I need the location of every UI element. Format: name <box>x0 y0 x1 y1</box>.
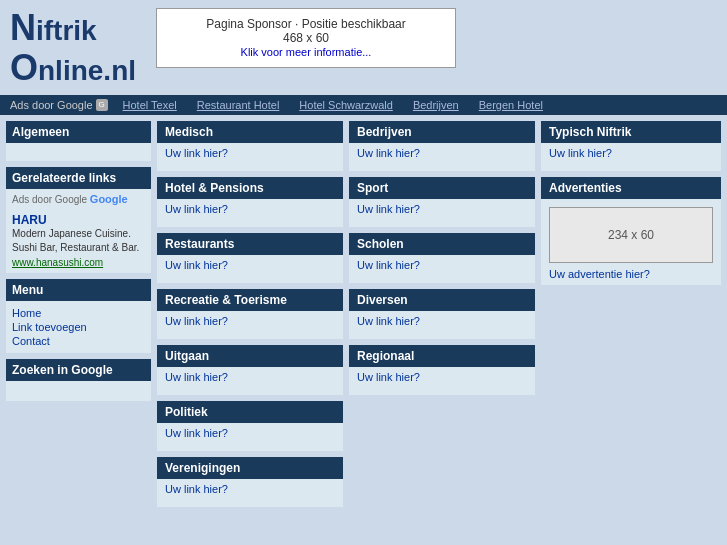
cat-restaurants: Restaurants Uw link hier? <box>157 233 343 283</box>
cat-regionaal-link[interactable]: Uw link hier? <box>357 371 420 383</box>
menu-title: Menu <box>6 279 151 301</box>
advertenties-body: 234 x 60 Uw advertentie hier? <box>541 199 721 285</box>
cat-uitgaan-link[interactable]: Uw link hier? <box>165 371 228 383</box>
cat-medisch-body: Uw link hier? <box>157 143 343 171</box>
menu-link-home[interactable]: Home <box>12 307 145 319</box>
cat-politiek-title: Politiek <box>157 401 343 423</box>
ad-size: 234 x 60 <box>608 228 654 242</box>
cat-scholen: Scholen Uw link hier? <box>349 233 535 283</box>
advertenties-section: Advertenties 234 x 60 Uw advertentie hie… <box>541 177 721 285</box>
cat-recreatie: Recreatie & Toerisme Uw link hier? <box>157 289 343 339</box>
cat-restaurants-body: Uw link hier? <box>157 255 343 283</box>
cat-hotel-pensions-body: Uw link hier? <box>157 199 343 227</box>
google-ads-icon: G <box>96 99 108 111</box>
cat-regionaal: Regionaal Uw link hier? <box>349 345 535 395</box>
cat-scholen-link[interactable]: Uw link hier? <box>357 259 420 271</box>
cat-sport: Sport Uw link hier? <box>349 177 535 227</box>
ads-by-google-label: Ads door Google Google <box>12 193 145 205</box>
cat-diversen-body: Uw link hier? <box>349 311 535 339</box>
cat-recreatie-title: Recreatie & Toerisme <box>157 289 343 311</box>
cat-verenigingen: Verenigingen Uw link hier? <box>157 457 343 507</box>
cat-bedrijven-link[interactable]: Uw link hier? <box>357 147 420 159</box>
cat-recreatie-link[interactable]: Uw link hier? <box>165 315 228 327</box>
cat-uitgaan-body: Uw link hier? <box>157 367 343 395</box>
sidebar: Algemeen Gerelateerde links Ads door Goo… <box>6 121 151 507</box>
cat-sport-body: Uw link hier? <box>349 199 535 227</box>
cat-hotel-pensions-link[interactable]: Uw link hier? <box>165 203 228 215</box>
zoeken-section: Zoeken in Google <box>6 359 151 401</box>
content-area: Medisch Uw link hier? Hotel & Pensions U… <box>157 121 721 507</box>
menu-body: Home Link toevoegen Contact <box>6 301 151 353</box>
cat-recreatie-body: Uw link hier? <box>157 311 343 339</box>
typisch-niftrik-section: Typisch Niftrik Uw link hier? <box>541 121 721 171</box>
menu-links: Home Link toevoegen Contact <box>12 307 145 347</box>
nav-link-bedrijven[interactable]: Bedrijven <box>413 99 459 111</box>
zoeken-body <box>6 381 151 401</box>
advertenties-title: Advertenties <box>541 177 721 199</box>
typisch-body: Uw link hier? <box>541 143 721 171</box>
main-layout: Algemeen Gerelateerde links Ads door Goo… <box>0 115 727 513</box>
cat-medisch-link[interactable]: Uw link hier? <box>165 147 228 159</box>
header: Niftrik Online.nl Pagina Sponsor · Posit… <box>0 0 727 95</box>
cat-verenigingen-body: Uw link hier? <box>157 479 343 507</box>
cat-scholen-body: Uw link hier? <box>349 255 535 283</box>
related-section: Gerelateerde links Ads door Google Googl… <box>6 167 151 273</box>
cat-regionaal-title: Regionaal <box>349 345 535 367</box>
cat-diversen-title: Diversen <box>349 289 535 311</box>
ad-placeholder: 234 x 60 <box>549 207 713 263</box>
cat-politiek-link[interactable]: Uw link hier? <box>165 427 228 439</box>
algemeen-section: Algemeen <box>6 121 151 161</box>
cat-politiek: Politiek Uw link hier? <box>157 401 343 451</box>
related-title: Gerelateerde links <box>6 167 151 189</box>
cat-hotel-pensions-title: Hotel & Pensions <box>157 177 343 199</box>
cat-bedrijven: Bedrijven Uw link hier? <box>349 121 535 171</box>
cat-uitgaan: Uitgaan Uw link hier? <box>157 345 343 395</box>
nav-link-bergen-hotel[interactable]: Bergen Hotel <box>479 99 543 111</box>
cat-medisch-title: Medisch <box>157 121 343 143</box>
sponsor-line2: 468 x 60 <box>177 31 435 45</box>
algemeen-title: Algemeen <box>6 121 151 143</box>
sponsor-box[interactable]: Pagina Sponsor · Positie beschikbaar 468… <box>156 8 456 68</box>
menu-link-toevoegen[interactable]: Link toevoegen <box>12 321 145 333</box>
cat-diversen-link[interactable]: Uw link hier? <box>357 315 420 327</box>
cat-verenigingen-title: Verenigingen <box>157 457 343 479</box>
cat-restaurants-link[interactable]: Uw link hier? <box>165 259 228 271</box>
cat-politiek-body: Uw link hier? <box>157 423 343 451</box>
haru-link[interactable]: www.hanasushi.com <box>12 257 103 268</box>
algemeen-body <box>6 143 151 161</box>
logo: Niftrik Online.nl <box>10 8 136 87</box>
category-col-1: Medisch Uw link hier? Hotel & Pensions U… <box>157 121 343 507</box>
cat-verenigingen-link[interactable]: Uw link hier? <box>165 483 228 495</box>
cat-scholen-title: Scholen <box>349 233 535 255</box>
cat-restaurants-title: Restaurants <box>157 233 343 255</box>
category-col-2: Bedrijven Uw link hier? Sport Uw link hi… <box>349 121 535 507</box>
cat-bedrijven-body: Uw link hier? <box>349 143 535 171</box>
sponsor-line1: Pagina Sponsor · Positie beschikbaar <box>177 17 435 31</box>
nav-link-restaurant-hotel[interactable]: Restaurant Hotel <box>197 99 280 111</box>
cat-diversen: Diversen Uw link hier? <box>349 289 535 339</box>
zoeken-title: Zoeken in Google <box>6 359 151 381</box>
typisch-title: Typisch Niftrik <box>541 121 721 143</box>
cat-regionaal-body: Uw link hier? <box>349 367 535 395</box>
navbar-ads-label: Ads door Google G <box>10 99 108 111</box>
haru-desc: Modern Japanese Cuisine. Sushi Bar, Rest… <box>12 227 145 255</box>
nav-link-hotel-texel[interactable]: Hotel Texel <box>123 99 177 111</box>
cat-sport-title: Sport <box>349 177 535 199</box>
navbar: Ads door Google G Hotel Texel Restaurant… <box>0 95 727 115</box>
typisch-link[interactable]: Uw link hier? <box>549 147 612 159</box>
ads-google-logo: Google <box>90 193 128 205</box>
ad-link[interactable]: Uw advertentie hier? <box>549 268 650 280</box>
nav-link-hotel-schwarzwald[interactable]: Hotel Schwarzwald <box>299 99 393 111</box>
menu-link-contact[interactable]: Contact <box>12 335 145 347</box>
cat-hotel-pensions: Hotel & Pensions Uw link hier? <box>157 177 343 227</box>
sidebar-ads-body: Ads door Google Google HARU Modern Japan… <box>6 189 151 273</box>
cat-medisch: Medisch Uw link hier? <box>157 121 343 171</box>
haru-title: HARU <box>12 213 145 227</box>
menu-section: Menu Home Link toevoegen Contact <box>6 279 151 353</box>
cat-uitgaan-title: Uitgaan <box>157 345 343 367</box>
logo-line2: Online.nl <box>10 48 136 88</box>
right-column: Typisch Niftrik Uw link hier? Advertenti… <box>541 121 721 507</box>
cat-sport-link[interactable]: Uw link hier? <box>357 203 420 215</box>
sponsor-link[interactable]: Klik voor meer informatie... <box>241 46 372 58</box>
cat-bedrijven-title: Bedrijven <box>349 121 535 143</box>
